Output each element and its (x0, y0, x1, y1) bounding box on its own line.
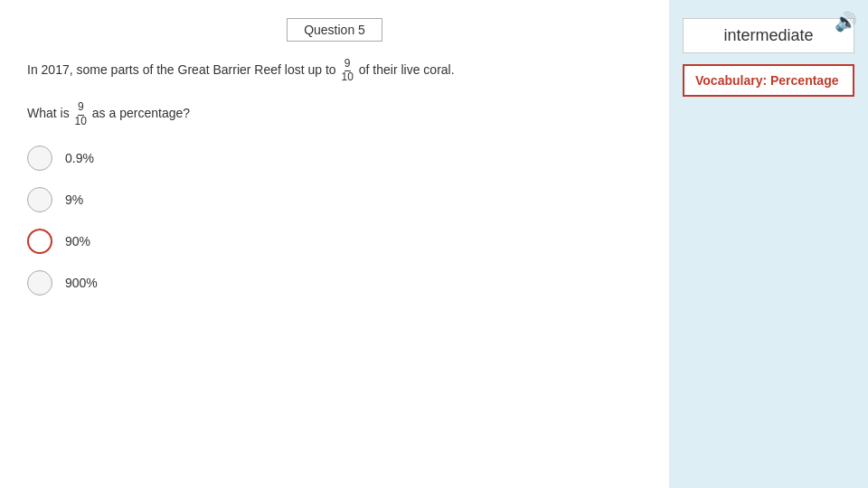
question-fraction: 9 10 (75, 101, 87, 127)
list-item[interactable]: 0.9% (27, 145, 642, 171)
context-fraction-numerator: 9 (344, 58, 351, 71)
question-header: Question 5 (27, 18, 642, 42)
radio-option-4[interactable] (27, 270, 52, 296)
list-item[interactable]: 9% (27, 187, 642, 212)
main-content: Question 5 In 2017, some parts of the Gr… (0, 0, 669, 488)
option-label-1: 0.9% (65, 151, 94, 165)
radio-option-3[interactable] (27, 229, 52, 254)
difficulty-box: intermediate (683, 18, 854, 53)
sidebar: 🔊 intermediate Vocabulary: Percentage (669, 0, 868, 488)
radio-option-2[interactable] (27, 187, 52, 212)
question-fraction-numerator: 9 (78, 101, 84, 115)
options-list: 0.9% 9% 90% 900% (27, 145, 642, 296)
speaker-icon[interactable]: 🔊 (835, 11, 857, 33)
list-item[interactable]: 900% (27, 270, 642, 296)
radio-option-1[interactable] (27, 145, 52, 171)
option-label-2: 9% (65, 192, 83, 207)
context-text: In 2017, some parts of the Great Barrier… (27, 58, 642, 83)
option-label-3: 90% (65, 234, 90, 249)
question-title: Question 5 (287, 18, 382, 42)
list-item[interactable]: 90% (27, 229, 642, 254)
question-fraction-denominator: 10 (75, 116, 87, 127)
question-text-before: What is (27, 106, 70, 120)
context-fraction-denominator: 10 (342, 71, 354, 83)
vocabulary-box: Vocabulary: Percentage (683, 64, 854, 97)
option-label-4: 900% (65, 276, 98, 290)
context-text-after: of their live coral. (359, 62, 455, 77)
page-container: Question 5 In 2017, some parts of the Gr… (0, 0, 868, 488)
context-text-before: In 2017, some parts of the Great Barrier… (27, 62, 336, 77)
context-fraction: 9 10 (342, 58, 354, 83)
question-text: What is 9 10 as a percentage? (27, 101, 642, 127)
question-text-after: as a percentage? (92, 106, 190, 120)
